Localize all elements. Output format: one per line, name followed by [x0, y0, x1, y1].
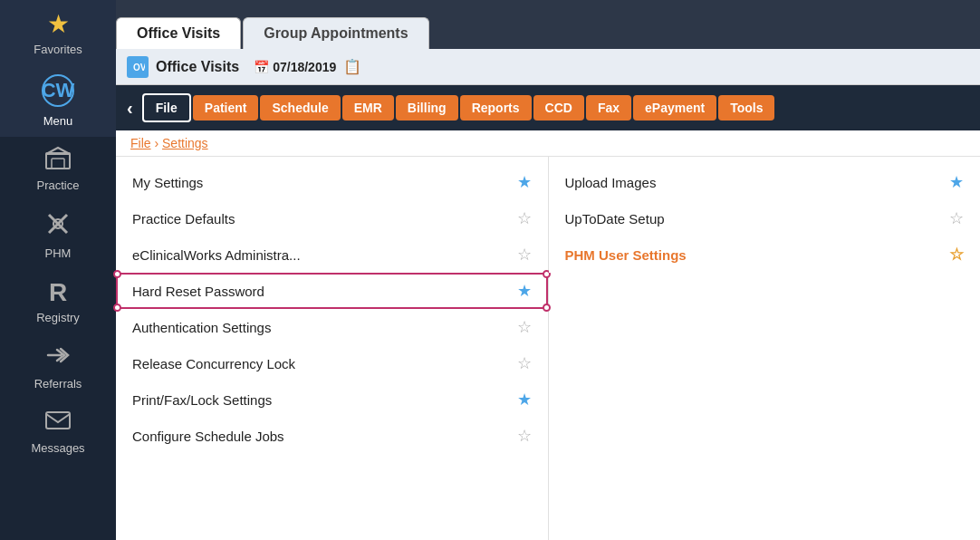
content-area: My Settings ★ Practice Defaults ☆ eClini…: [116, 157, 980, 540]
epayment-button[interactable]: ePayment: [633, 95, 716, 121]
patient-button[interactable]: Patient: [193, 95, 259, 121]
menu-item-practice-defaults[interactable]: Practice Defaults ☆: [116, 200, 548, 236]
sidebar-item-favorites[interactable]: ★ Favorites: [0, 0, 116, 65]
sidebar-item-label: Messages: [31, 441, 84, 455]
breadcrumb-settings[interactable]: Settings: [162, 136, 208, 150]
file-button[interactable]: File: [142, 93, 191, 122]
star-print-fax-lock[interactable]: ★: [517, 390, 532, 410]
breadcrumb-separator: ›: [154, 136, 162, 150]
sidebar: ★ Favorites CW Menu Practice PHM R: [0, 0, 116, 540]
toolbar: ‹ File Patient Schedule EMR Billing Repo…: [116, 85, 980, 130]
sidebar-item-referrals[interactable]: Referrals: [0, 333, 116, 400]
phm-icon: [44, 210, 72, 243]
ccd-button[interactable]: CCD: [533, 95, 584, 121]
menu-item-my-settings[interactable]: My Settings ★: [116, 164, 548, 200]
ov-date-icon: 📅: [254, 60, 269, 74]
star-phm-user-settings[interactable]: ☆: [949, 245, 964, 265]
menu-item-uptodate-setup[interactable]: UpToDate Setup ☆: [549, 200, 981, 236]
star-upload-images[interactable]: ★: [949, 172, 964, 192]
sidebar-item-practice[interactable]: Practice: [0, 137, 116, 201]
cw-logo-icon: CW: [42, 74, 74, 107]
menu-item-release-concurrency-lock[interactable]: Release Concurrency Lock ☆: [116, 345, 548, 381]
menu-item-authentication-settings[interactable]: Authentication Settings ☆: [116, 309, 548, 345]
registry-icon: R: [49, 278, 67, 307]
sidebar-item-label: Practice: [37, 178, 80, 192]
svg-text:OV: OV: [133, 63, 145, 72]
sidebar-item-registry[interactable]: R Registry: [0, 269, 116, 333]
svg-rect-6: [46, 412, 70, 429]
fax-button[interactable]: Fax: [586, 95, 631, 121]
sidebar-item-label: Favorites: [34, 43, 82, 56]
tab-bar: Office Visits Group Appointments: [116, 0, 980, 49]
sidebar-item-label: PHM: [45, 246, 72, 260]
star-icon: ★: [47, 9, 70, 39]
ov-header-icon: OV: [127, 56, 149, 78]
star-release-concurrency-lock[interactable]: ☆: [517, 353, 532, 373]
star-hard-reset-password[interactable]: ★: [517, 281, 532, 301]
star-configure-schedule-jobs[interactable]: ☆: [517, 426, 532, 446]
referrals-icon: [44, 342, 72, 373]
sidebar-item-label: Registry: [36, 311, 80, 324]
ov-date: 07/18/2019: [273, 60, 336, 74]
reports-button[interactable]: Reports: [460, 95, 532, 121]
star-practice-defaults[interactable]: ☆: [517, 208, 532, 228]
tools-button[interactable]: Tools: [718, 95, 774, 121]
menu-item-eclinicalworks-admin[interactable]: eClinicalWorks Administra... ☆: [116, 236, 548, 273]
messages-icon: [44, 409, 72, 438]
back-arrow-button[interactable]: ‹: [120, 98, 140, 119]
tab-office-visits[interactable]: Office Visits: [116, 17, 241, 49]
menu-item-phm-user-settings[interactable]: PHM User Settings ☆: [549, 236, 981, 273]
billing-button[interactable]: Billing: [396, 95, 458, 121]
schedule-button[interactable]: Schedule: [260, 95, 340, 121]
breadcrumb-file[interactable]: File: [130, 136, 151, 150]
ov-header: OV Office Visits 📅 07/18/2019 📋: [116, 49, 980, 85]
emr-button[interactable]: EMR: [342, 95, 394, 121]
star-uptodate-setup[interactable]: ☆: [949, 208, 964, 228]
breadcrumb: File › Settings: [116, 130, 980, 157]
menu-col-left: My Settings ★ Practice Defaults ☆ eClini…: [116, 157, 549, 540]
menu-col-right: Upload Images ★ UpToDate Setup ☆ PHM Use…: [549, 157, 981, 540]
svg-rect-0: [46, 153, 70, 169]
ov-title: Office Visits: [156, 59, 239, 75]
main-area: Office Visits Group Appointments OV Offi…: [116, 0, 980, 540]
tab-group-appointments[interactable]: Group Appointments: [243, 17, 428, 49]
menu-item-configure-schedule-jobs[interactable]: Configure Schedule Jobs ☆: [116, 418, 548, 454]
sidebar-item-messages[interactable]: Messages: [0, 400, 116, 464]
menu-item-print-fax-lock-settings[interactable]: Print/Fax/Lock Settings ★: [116, 381, 548, 418]
star-my-settings[interactable]: ★: [517, 172, 532, 192]
sidebar-item-phm[interactable]: PHM: [0, 201, 116, 269]
menu-item-upload-images[interactable]: Upload Images ★: [549, 164, 981, 200]
sidebar-item-label: Menu: [43, 114, 73, 128]
ov-extra-icon: 📋: [343, 58, 361, 75]
svg-rect-1: [52, 159, 64, 169]
star-eclinicalworks-admin[interactable]: ☆: [517, 245, 532, 265]
sidebar-item-label: Referrals: [34, 377, 82, 391]
practice-icon: [44, 146, 72, 175]
star-authentication-settings[interactable]: ☆: [517, 317, 532, 337]
menu-item-hard-reset-password[interactable]: Hard Reset Password ★: [116, 273, 548, 309]
sidebar-item-menu[interactable]: CW Menu: [0, 65, 116, 137]
